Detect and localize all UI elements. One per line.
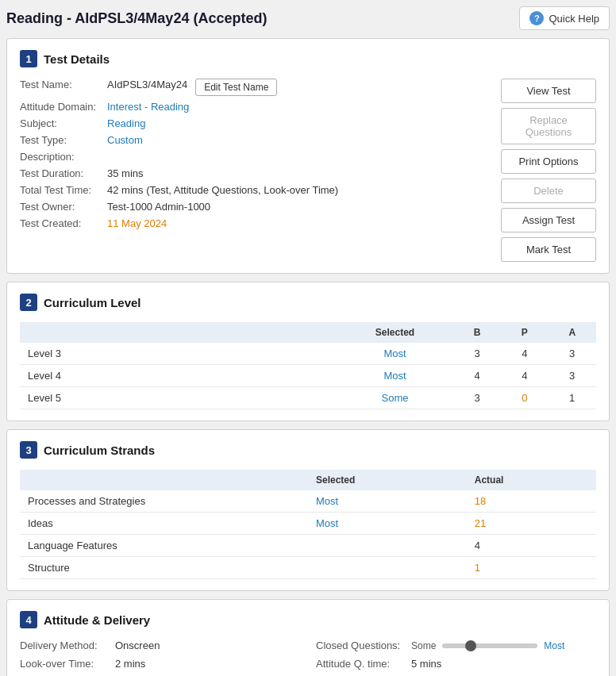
delete-button[interactable]: Delete xyxy=(501,179,596,203)
value-lookover-time: 2 mins xyxy=(115,658,145,670)
level-name: Level 5 xyxy=(20,387,337,409)
label-created: Test Created: xyxy=(20,217,107,229)
delivery-method-row: Delivery Method: Onscreen xyxy=(20,640,300,651)
table-row: Level 4 Most 4 4 3 xyxy=(20,365,596,387)
table-row: Processes and Strategies Most 18 xyxy=(20,490,596,513)
table-row: Level 5 Some 3 0 1 xyxy=(20,387,596,409)
assign-test-button[interactable]: Assign Test xyxy=(501,208,596,232)
strand-selected xyxy=(308,535,467,557)
value-delivery-method: Onscreen xyxy=(115,640,160,651)
replace-questions-button[interactable]: Replace Questions xyxy=(501,108,596,144)
field-row-subject: Subject: Reading xyxy=(20,117,493,129)
col-header-strand-actual: Actual xyxy=(467,470,596,490)
slider-left-label: Some xyxy=(411,640,436,651)
level-p: 4 xyxy=(501,343,548,365)
attitude-delivery-card: 4 Attitude & Delivery Delivery Method: O… xyxy=(6,599,610,676)
value-attitude: Interest - Reading xyxy=(107,101,189,113)
field-row-owner: Test Owner: Test-1000 Admin-1000 xyxy=(20,201,493,213)
strand-name: Ideas xyxy=(20,513,308,535)
label-attitude: Attitude Domain: xyxy=(20,101,107,113)
slider-right-label: Most xyxy=(544,640,564,651)
strand-actual: 1 xyxy=(467,557,596,579)
quick-help-label: Quick Help xyxy=(549,13,599,25)
value-owner: Test-1000 Admin-1000 xyxy=(107,201,210,213)
help-icon: ? xyxy=(529,11,544,25)
level-p: 0 xyxy=(501,387,548,409)
section-title-attitude: Attitude & Delivery xyxy=(44,613,150,627)
print-options-button[interactable]: Print Options xyxy=(501,149,596,174)
closed-questions-slider: Some Most xyxy=(411,640,564,651)
col-header-a: A xyxy=(548,322,596,343)
closed-questions-row: Closed Questions: Some Most xyxy=(316,640,596,651)
attitude-left-col: Delivery Method: Onscreen Look-over Time… xyxy=(20,640,300,676)
value-subject: Reading xyxy=(107,117,145,129)
section-number-2: 2 xyxy=(20,294,37,311)
col-header-selected: Selected xyxy=(337,322,452,343)
field-row-totaltime: Total Test Time: 42 mins (Test, Attitude… xyxy=(20,184,493,196)
curriculum-strands-table: Selected Actual Processes and Strategies… xyxy=(20,470,596,579)
strand-actual: 18 xyxy=(467,490,596,513)
value-testtype: Custom xyxy=(107,134,143,146)
col-header-level xyxy=(20,322,337,343)
mark-test-button[interactable]: Mark Test xyxy=(501,237,596,262)
value-totaltime: 42 mins (Test, Attitude Questions, Look-… xyxy=(107,184,338,196)
level-b: 3 xyxy=(453,343,502,365)
section-number-3: 3 xyxy=(20,441,37,459)
field-row-created: Test Created: 11 May 2024 xyxy=(20,217,493,229)
label-testtype: Test Type: xyxy=(20,134,107,146)
section-number-1: 1 xyxy=(20,50,37,67)
field-row-testtype: Test Type: Custom xyxy=(20,134,493,146)
value-created: 11 May 2024 xyxy=(107,217,167,229)
label-testname: Test Name: xyxy=(20,79,107,90)
section-title-test-details: Test Details xyxy=(44,52,110,66)
col-header-strand-selected: Selected xyxy=(308,470,467,490)
quick-help-button[interactable]: ? Quick Help xyxy=(519,6,610,30)
curriculum-level-card: 2 Curriculum Level Selected B P A Level … xyxy=(6,282,610,421)
strand-actual: 4 xyxy=(467,535,596,557)
action-buttons: View Test Replace Questions Print Option… xyxy=(501,79,596,262)
label-delivery-method: Delivery Method: xyxy=(20,640,115,651)
level-b: 3 xyxy=(453,387,502,409)
field-row-attitude: Attitude Domain: Interest - Reading xyxy=(20,101,493,113)
label-subject: Subject: xyxy=(20,117,107,129)
test-details-card: 1 Test Details Test Name: AIdPSL3/4May24… xyxy=(6,38,610,274)
field-row-duration: Test Duration: 35 mins xyxy=(20,167,493,179)
section-title-curriculum-strands: Curriculum Strands xyxy=(44,444,155,457)
edit-test-name-button[interactable]: Edit Test Name xyxy=(195,79,277,96)
curriculum-strands-card: 3 Curriculum Strands Selected Actual Pro… xyxy=(6,429,610,591)
field-row-testname: Test Name: AIdPSL3/4May24 Edit Test Name xyxy=(20,79,493,96)
value-duration: 35 mins xyxy=(107,167,144,179)
level-p: 4 xyxy=(501,365,548,387)
table-row: Structure 1 xyxy=(20,557,596,579)
curriculum-level-table: Selected B P A Level 3 Most 3 4 3 Level … xyxy=(20,322,596,409)
value-attitude-q-time: 5 mins xyxy=(411,658,441,670)
lookover-time-row: Look-over Time: 2 mins xyxy=(20,658,300,670)
label-totaltime: Total Test Time: xyxy=(20,184,107,196)
strand-name: Processes and Strategies xyxy=(20,490,308,513)
table-row: Level 3 Most 3 4 3 xyxy=(20,343,596,365)
level-name: Level 4 xyxy=(20,365,337,387)
field-row-description: Description: xyxy=(20,151,493,163)
attitude-right-col: Closed Questions: Some Most Attitude Q. … xyxy=(316,640,596,676)
strand-name: Language Features xyxy=(20,535,308,557)
value-testname: AIdPSL3/4May24 xyxy=(107,79,187,90)
label-lookover-time: Look-over Time: xyxy=(20,658,115,670)
level-selected: Most xyxy=(337,343,452,365)
label-attitude-q-time: Attitude Q. time: xyxy=(316,658,411,670)
level-selected: Most xyxy=(337,365,452,387)
label-closed-questions: Closed Questions: xyxy=(316,640,411,651)
strand-actual: 21 xyxy=(467,513,596,535)
view-test-button[interactable]: View Test xyxy=(501,79,596,103)
slider-track[interactable] xyxy=(442,643,537,648)
attitude-q-time-row: Attitude Q. time: 5 mins xyxy=(316,658,596,670)
strand-selected: Most xyxy=(308,490,467,513)
level-a: 3 xyxy=(548,365,596,387)
strand-selected: Most xyxy=(308,513,467,535)
page-title: Reading - AIdPSL3/4May24 (Accepted) xyxy=(6,10,267,27)
level-a: 1 xyxy=(548,387,596,409)
level-name: Level 3 xyxy=(20,343,337,365)
level-selected: Some xyxy=(337,387,452,409)
strand-selected xyxy=(308,557,467,579)
level-a: 3 xyxy=(548,343,596,365)
label-owner: Test Owner: xyxy=(20,201,107,213)
